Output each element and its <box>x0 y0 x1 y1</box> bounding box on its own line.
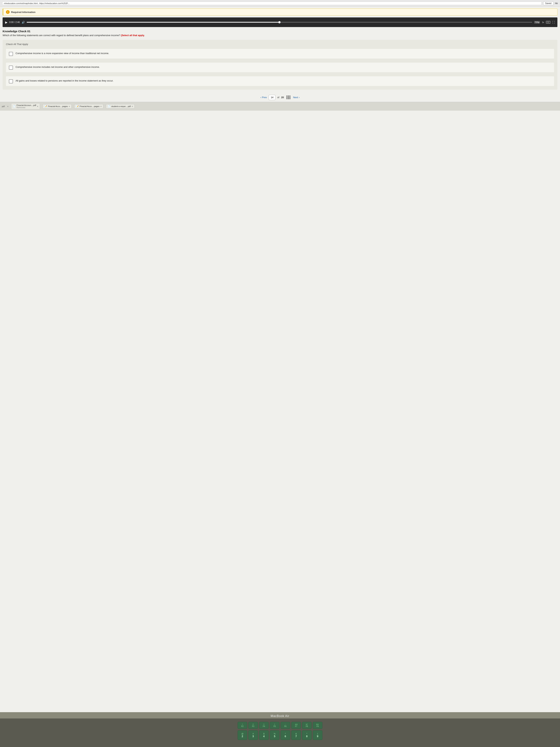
checkbox-1[interactable] <box>9 52 13 56</box>
taskbar-item-4[interactable]: 📄 student-s-reque....pdf ∧ <box>106 104 135 108</box>
progress-dot <box>278 21 281 23</box>
speed-badge[interactable]: 1x <box>542 21 544 23</box>
option-text-3: All gains and losses related to pensions… <box>16 79 551 83</box>
key-9[interactable]: ( 9 <box>313 730 322 740</box>
required-icon: ! <box>6 10 10 14</box>
key-f9[interactable]: ▶▶ F9 <box>313 722 322 729</box>
number-key-row: @ 2 # 3 $ 4 % 5 ^ 6 & 7 * 8 ( 9 <box>4 730 556 740</box>
main-content: ! Required Information ▶ 0:00 / 2:46 🔊 7… <box>0 7 560 712</box>
function-key-row: ☀ F2 ⊞ F3 ⊟ F4 ✦ F5 ─ F6 ◀◀ F7 ▶ll F8 ▶▶ <box>4 722 556 729</box>
key-f5[interactable]: ✦ F5 <box>270 722 279 729</box>
key-6[interactable]: ^ 6 <box>281 730 290 740</box>
taskbar: pdf ∧ 📄 Finacial-Accoun....pdf Removed ∧… <box>0 102 560 111</box>
page-of-label: of <box>277 96 279 99</box>
page-total: 20 <box>281 96 284 99</box>
cc-badge[interactable]: CC <box>546 21 550 24</box>
key-5[interactable]: % 5 <box>270 730 279 740</box>
grid-view-icon[interactable] <box>286 95 291 100</box>
pdf-label: pdf <box>2 105 5 107</box>
key-7[interactable]: & 7 <box>291 730 301 740</box>
question-text: Which of the following statements are co… <box>3 34 120 37</box>
progress-fill <box>27 22 279 23</box>
fullscreen-icon[interactable]: ⛶ <box>552 21 555 24</box>
checkbox-3[interactable] <box>9 79 13 83</box>
taskbar-item-1-sub: Removed <box>17 106 36 108</box>
macbook-label: MacBook Air <box>0 712 560 719</box>
key-f7[interactable]: ◀◀ F7 <box>291 722 301 729</box>
answer-option-1: Comprehensive income is a more expansive… <box>6 49 554 58</box>
knowledge-check-question: Which of the following statements are co… <box>3 33 557 37</box>
taskbar-item-1-label: Finacial-Accoun....pdf <box>17 104 36 106</box>
pdf-chevron[interactable]: ∧ <box>7 105 8 107</box>
resolution-badge[interactable]: 720p <box>534 21 540 24</box>
answer-option-3: All gains and losses related to pensions… <box>6 76 554 86</box>
taskbar-item-3-label: Finacial Acco....pages <box>80 105 100 107</box>
he-button[interactable]: He <box>555 2 558 5</box>
video-player: ▶ 0:00 / 2:46 🔊 720p 1x CC ⛶ <box>3 18 557 27</box>
volume-icon[interactable]: 🔊 <box>22 21 25 24</box>
taskbar-item-1-chevron[interactable]: ∧ <box>37 105 38 107</box>
next-button[interactable]: Next › <box>293 96 300 99</box>
taskbar-item-3-chevron[interactable]: ∧ <box>100 105 102 107</box>
key-3[interactable]: # 3 <box>248 730 258 740</box>
key-4[interactable]: $ 4 <box>259 730 269 740</box>
answer-option-2: Comprehensive income includes net income… <box>6 62 554 72</box>
browser-bar: mheducation.com/ext/map/index.html...htt… <box>0 0 560 7</box>
key-f4[interactable]: ⊟ F4 <box>259 722 269 729</box>
key-f3[interactable]: ⊞ F3 <box>248 722 258 729</box>
taskbar-item-3[interactable]: 📝 Finacial Acco....pages ∧ <box>74 104 103 108</box>
time-display: 0:00 / 2:46 <box>9 21 20 24</box>
play-button[interactable]: ▶ <box>5 21 7 24</box>
taskbar-item-2-icon: 📝 <box>44 105 47 108</box>
knowledge-check: Knowledge Check 01 Which of the followin… <box>0 30 560 92</box>
required-text: Required Information <box>11 11 35 14</box>
key-f6[interactable]: ─ F6 <box>281 722 290 729</box>
key-f8[interactable]: ▶ll F8 <box>302 722 312 729</box>
taskbar-item-2-chevron[interactable]: ∧ <box>69 105 70 107</box>
key-f2[interactable]: ☀ F2 <box>238 722 247 729</box>
taskbar-item-4-chevron[interactable]: ∧ <box>132 105 133 107</box>
check-all-container: Check All That Apply Comprehensive incom… <box>3 40 557 90</box>
page-input[interactable] <box>269 95 275 100</box>
pagination-bar: ‹ Prev of 20 Next › <box>0 92 560 102</box>
key-8[interactable]: * 8 <box>302 730 312 740</box>
question-suffix: (Select all that apply. <box>121 34 144 37</box>
taskbar-item-2-label: Finacial Acco....pages <box>48 105 68 107</box>
taskbar-item-4-icon: 📄 <box>108 105 110 108</box>
keyboard: ☀ F2 ⊞ F3 ⊟ F4 ✦ F5 ─ F6 ◀◀ F7 ▶ll F8 ▶▶ <box>0 719 560 747</box>
taskbar-item-4-label: student-s-reque....pdf <box>111 105 131 107</box>
progress-bar[interactable] <box>27 22 532 23</box>
taskbar-item-3-icon: 📝 <box>76 105 79 108</box>
option-text-2: Comprehensive income includes net income… <box>16 65 551 69</box>
knowledge-check-title: Knowledge Check 01 <box>3 30 557 33</box>
key-2[interactable]: @ 2 <box>238 730 247 740</box>
url-bar[interactable]: mheducation.com/ext/map/index.html...htt… <box>2 2 542 5</box>
taskbar-item-1[interactable]: 📄 Finacial-Accoun....pdf Removed ∧ <box>11 103 40 109</box>
required-banner: ! Required Information <box>3 8 557 16</box>
saved-badge: Saved <box>543 1 554 5</box>
checkbox-2[interactable] <box>9 66 13 70</box>
taskbar-item-1-icon: 📄 <box>13 105 16 108</box>
option-text-1: Comprehensive income is a more expansive… <box>16 52 551 55</box>
prev-button[interactable]: ‹ Prev <box>260 96 267 99</box>
taskbar-item-2[interactable]: 📝 Finacial Acco....pages ∧ <box>43 104 72 108</box>
check-all-label: Check All That Apply <box>6 43 554 46</box>
